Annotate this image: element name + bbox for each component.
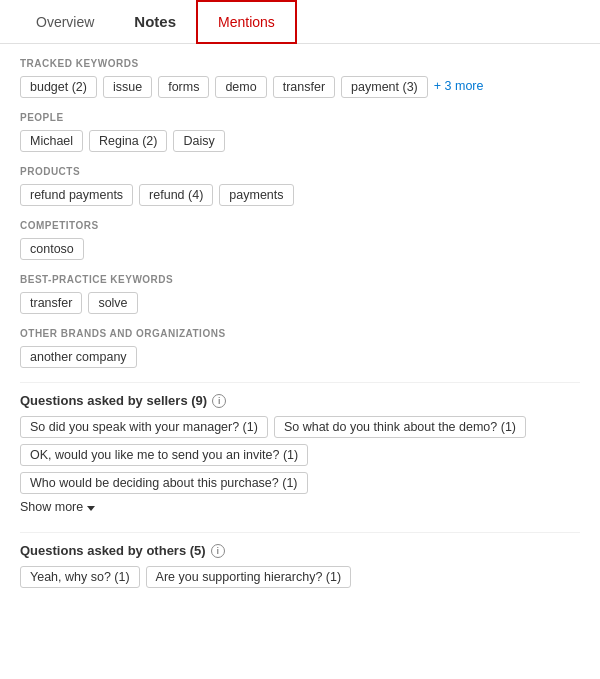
people-label: PEOPLE	[20, 112, 580, 123]
tag-michael[interactable]: Michael	[20, 130, 83, 152]
tab-mentions[interactable]: Mentions	[196, 0, 297, 44]
tag-q-invite[interactable]: OK, would you like me to send you an inv…	[20, 444, 308, 466]
tag-q-hierarchy[interactable]: Are you supporting hierarchy? (1)	[146, 566, 352, 588]
section-questions-others: Questions asked by others (5) i Yeah, wh…	[20, 543, 580, 588]
tag-budget[interactable]: budget (2)	[20, 76, 97, 98]
questions-sellers-header: Questions asked by sellers (9) i	[20, 393, 580, 408]
best-practice-label: BEST-PRACTICE KEYWORDS	[20, 274, 580, 285]
questions-others-title: Questions asked by others (5)	[20, 543, 206, 558]
other-brands-label: OTHER BRANDS AND ORGANIZATIONS	[20, 328, 580, 339]
tag-q-manager[interactable]: So did you speak with your manager? (1)	[20, 416, 268, 438]
show-more-label: Show more	[20, 500, 83, 514]
tag-daisy[interactable]: Daisy	[173, 130, 224, 152]
more-tags-button[interactable]: + 3 more	[434, 76, 484, 98]
people-tags: Michael Regina (2) Daisy	[20, 130, 580, 152]
products-label: PRODUCTS	[20, 166, 580, 177]
tag-q-demo[interactable]: So what do you think about the demo? (1)	[274, 416, 526, 438]
tag-q-why[interactable]: Yeah, why so? (1)	[20, 566, 140, 588]
tab-overview[interactable]: Overview	[16, 2, 114, 42]
tag-q-deciding[interactable]: Who would be deciding about this purchas…	[20, 472, 308, 494]
section-people: PEOPLE Michael Regina (2) Daisy	[20, 112, 580, 152]
tag-refund[interactable]: refund (4)	[139, 184, 213, 206]
tab-notes[interactable]: Notes	[114, 1, 196, 42]
competitors-label: COMPETITORS	[20, 220, 580, 231]
tag-forms[interactable]: forms	[158, 76, 209, 98]
products-tags: refund payments refund (4) payments	[20, 184, 580, 206]
tab-bar: Overview Notes Mentions	[0, 0, 600, 44]
tag-regina[interactable]: Regina (2)	[89, 130, 167, 152]
tag-contoso[interactable]: contoso	[20, 238, 84, 260]
questions-sellers-tags: So did you speak with your manager? (1) …	[20, 416, 580, 494]
tag-another-company[interactable]: another company	[20, 346, 137, 368]
section-products: PRODUCTS refund payments refund (4) paym…	[20, 166, 580, 206]
info-icon-sellers[interactable]: i	[212, 394, 226, 408]
questions-others-header: Questions asked by others (5) i	[20, 543, 580, 558]
tag-refund-payments[interactable]: refund payments	[20, 184, 133, 206]
divider-2	[20, 532, 580, 533]
tag-solve[interactable]: solve	[88, 292, 137, 314]
mentions-content: TRACKED KEYWORDS budget (2) issue forms …	[0, 44, 600, 616]
competitors-tags: contoso	[20, 238, 580, 260]
tag-transfer[interactable]: transfer	[273, 76, 335, 98]
tag-transfer-bp[interactable]: transfer	[20, 292, 82, 314]
tag-payments[interactable]: payments	[219, 184, 293, 206]
section-best-practice: BEST-PRACTICE KEYWORDS transfer solve	[20, 274, 580, 314]
section-other-brands: OTHER BRANDS AND ORGANIZATIONS another c…	[20, 328, 580, 368]
section-competitors: COMPETITORS contoso	[20, 220, 580, 260]
other-brands-tags: another company	[20, 346, 580, 368]
chevron-down-icon	[87, 506, 95, 511]
divider-1	[20, 382, 580, 383]
tag-payment[interactable]: payment (3)	[341, 76, 428, 98]
tracked-keywords-tags: budget (2) issue forms demo transfer pay…	[20, 76, 580, 98]
tag-demo[interactable]: demo	[215, 76, 266, 98]
section-questions-sellers: Questions asked by sellers (9) i So did …	[20, 393, 580, 518]
show-more-button[interactable]: Show more	[20, 500, 95, 514]
section-tracked-keywords: TRACKED KEYWORDS budget (2) issue forms …	[20, 58, 580, 98]
best-practice-tags: transfer solve	[20, 292, 580, 314]
questions-sellers-title: Questions asked by sellers (9)	[20, 393, 207, 408]
info-icon-others[interactable]: i	[211, 544, 225, 558]
questions-others-tags: Yeah, why so? (1) Are you supporting hie…	[20, 566, 580, 588]
tag-issue[interactable]: issue	[103, 76, 152, 98]
tracked-keywords-label: TRACKED KEYWORDS	[20, 58, 580, 69]
